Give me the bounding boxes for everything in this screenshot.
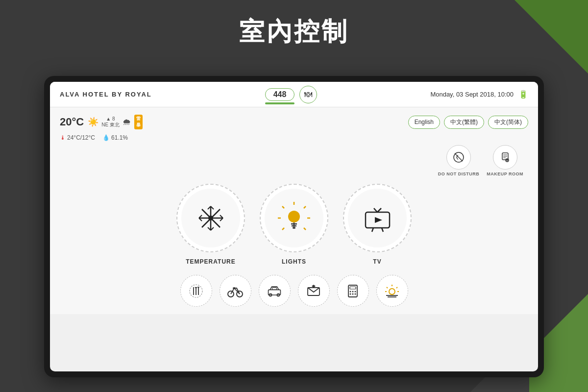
light-bulb-icon [277, 201, 311, 235]
main-temperature: 20°C [60, 116, 84, 128]
tv-icon [362, 203, 393, 233]
language-buttons: English 中文(繁體) 中文(简体) [408, 116, 528, 129]
thunder-badge: 雷 暴 [134, 115, 143, 129]
dnd-icon [446, 145, 471, 170]
tv-circle [343, 184, 412, 252]
calculator-icon [346, 284, 360, 298]
wind-arrow: ▲ 8 [101, 116, 120, 122]
bicycle-icon-circle [220, 275, 251, 307]
humidity-icon: 💧 [102, 134, 110, 141]
weather-icons: ☀️ ▲ 8 NE 東北 🌧 雷 暴 [88, 115, 143, 129]
temperature-label: TEMPERATURE [186, 258, 235, 265]
svg-point-22 [288, 211, 300, 222]
svg-point-51 [355, 291, 356, 292]
weather-icon-item[interactable] [376, 275, 408, 307]
dnd-label: DO NOT DISTURB [438, 172, 480, 176]
tv-label: TV [373, 258, 381, 265]
sun-icon: ☀️ [88, 117, 98, 127]
car-icon [267, 284, 282, 298]
header-bar: ALVA HOTEL BY ROYAL 448 🍽 Monday, 03 Sep… [50, 82, 538, 107]
room-number-badge: 448 [265, 88, 295, 101]
lights-icon-container [265, 189, 323, 247]
do-not-disturb-button[interactable]: DO NOT DISTURB [438, 145, 480, 176]
main-controls-grid: TEMPERATURE [60, 184, 528, 265]
concierge-icon-item[interactable] [298, 275, 330, 307]
svg-point-41 [233, 287, 235, 289]
page-title: 室內控制 [0, 0, 588, 59]
temp-range-item: 🌡 24°C/12°C [60, 134, 95, 141]
tv-icon-container [348, 189, 407, 247]
calculator-icon-circle [337, 275, 369, 307]
makeup-room-button[interactable]: MAKEUP ROOM [487, 145, 523, 176]
svg-line-57 [396, 287, 397, 288]
date-time: Monday, 03 Sept 2018, 10:00 [430, 91, 514, 98]
svg-line-21 [282, 206, 284, 208]
temperature-icon-container [181, 189, 240, 247]
svg-point-6 [208, 216, 213, 220]
temperature-control[interactable]: TEMPERATURE [176, 184, 245, 265]
calculator-icon-item[interactable] [337, 275, 369, 307]
svg-line-16 [304, 206, 306, 208]
svg-line-59 [387, 287, 388, 288]
mail-icon [306, 284, 321, 298]
battery-icon: 🔋 [518, 90, 528, 99]
makeup-icon [493, 145, 517, 170]
bicycle-icon-item[interactable] [220, 275, 251, 307]
thunder-label: 雷 [136, 116, 141, 121]
lang-button-zh-tw[interactable]: 中文(繁體) [444, 116, 484, 129]
dining-status-icon: 🍽 [299, 86, 317, 103]
svg-point-49 [350, 291, 351, 292]
thunder-sublabel: 暴 [136, 122, 141, 127]
lights-label: LIGHTS [282, 258, 306, 265]
temp-range: 24°C/12°C [67, 134, 95, 141]
sunrise-icon [384, 284, 400, 298]
tablet-screen: ALVA HOTEL BY ROYAL 448 🍽 Monday, 03 Sep… [50, 82, 538, 371]
svg-point-52 [350, 293, 351, 294]
svg-point-54 [355, 293, 356, 294]
lights-circle [260, 184, 328, 252]
svg-point-50 [352, 291, 354, 292]
bicycle-icon [227, 284, 243, 298]
svg-rect-42 [269, 290, 281, 295]
header-right: Monday, 03 Sept 2018, 10:00 🔋 [430, 90, 528, 99]
svg-point-53 [352, 293, 354, 294]
svg-line-18 [304, 228, 306, 230]
snowflake-icon [195, 202, 227, 234]
service-buttons-row: DO NOT DISTURB MAKEUP ROOM [60, 145, 528, 176]
transport-icon-circle [259, 275, 291, 307]
svg-marker-30 [375, 217, 382, 223]
weather-sub-row: 🌡 24°C/12°C 💧 61.1% [60, 134, 528, 141]
top-row: 20°C ☀️ ▲ 8 NE 東北 🌧 雷 暴 [60, 115, 528, 129]
tablet-frame: ALVA HOTEL BY ROYAL 448 🍽 Monday, 03 Sep… [44, 76, 544, 377]
makeup-label: MAKEUP ROOM [487, 172, 523, 176]
svg-line-19 [282, 228, 284, 230]
svg-rect-48 [350, 287, 356, 289]
fork-knife-icon [189, 284, 203, 298]
bottom-icons-row [60, 275, 528, 307]
weather-section: 20°C ☀️ ▲ 8 NE 東北 🌧 雷 暴 [60, 115, 143, 129]
hotel-name: ALVA HOTEL BY ROYAL [60, 91, 152, 98]
tv-control[interactable]: TV [343, 184, 412, 265]
dining-icon-circle [180, 275, 212, 307]
dining-icon-item[interactable] [180, 275, 212, 307]
rain-cloud-icon: 🌧 [122, 117, 131, 127]
temperature-circle [176, 184, 245, 252]
lights-control[interactable]: LIGHTS [260, 184, 328, 265]
concierge-icon-circle [298, 275, 330, 307]
content-area: 20°C ☀️ ▲ 8 NE 東北 🌧 雷 暴 [50, 107, 538, 314]
lang-button-zh-cn[interactable]: 中文(简体) [488, 116, 528, 129]
lang-button-en[interactable]: English [408, 116, 440, 129]
transport-icon-item[interactable] [259, 275, 291, 307]
humidity-item: 💧 61.1% [102, 134, 128, 141]
humidity-value: 61.1% [111, 134, 128, 141]
wind-info: ▲ 8 NE 東北 [101, 116, 120, 128]
svg-point-55 [389, 289, 395, 294]
thermometer-icon: 🌡 [60, 134, 66, 141]
header-center: 448 🍽 [265, 86, 318, 103]
weather-icon-circle [376, 275, 408, 307]
